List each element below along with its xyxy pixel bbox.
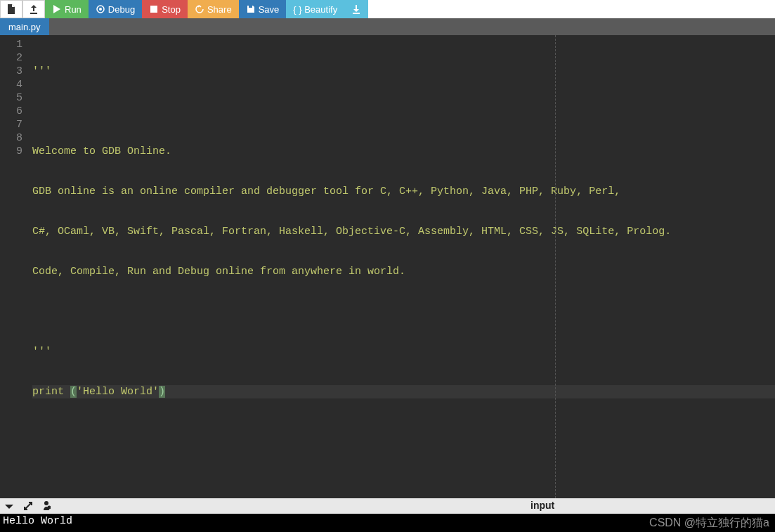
console-output[interactable]: Hello World CSDN @特立独行的猫a [0, 514, 775, 532]
play-icon [52, 4, 62, 14]
line-number: 5 [3, 91, 22, 105]
tabbar: main.py [0, 18, 775, 35]
print-margin [555, 35, 556, 498]
svg-point-3 [44, 501, 48, 505]
save-icon [246, 4, 256, 14]
new-file-button[interactable] [0, 0, 22, 18]
share-button[interactable]: Share [188, 0, 239, 18]
code-line [32, 105, 775, 118]
code-line [32, 305, 775, 318]
upload-button[interactable] [22, 0, 45, 18]
debug-icon [96, 4, 105, 14]
debug-button[interactable]: Debug [89, 0, 142, 18]
console-toolbar: input [0, 498, 775, 514]
code-line: ''' [32, 345, 775, 358]
code-editor[interactable]: 1 2 3 4 5 6 7 8 9 ''' Welcome to GDB Onl… [0, 35, 775, 498]
download-icon [351, 4, 361, 14]
line-number: 9 [3, 145, 22, 158]
upload-icon [29, 4, 39, 14]
share-label: Share [207, 4, 232, 15]
line-number: 3 [3, 65, 22, 78]
stop-button[interactable]: Stop [142, 0, 188, 18]
line-number: 1 [3, 38, 22, 51]
output-text: Hello World [3, 515, 72, 527]
stop-icon [149, 4, 159, 14]
tab-main[interactable]: main.py [0, 18, 49, 35]
settings-icon[interactable] [42, 500, 51, 512]
run-label: Run [65, 4, 82, 15]
line-number: 6 [3, 105, 22, 118]
beautify-button[interactable]: { } Beautify [286, 0, 344, 18]
code-line: Code, Compile, Run and Debug online from… [32, 265, 775, 278]
debug-label: Debug [108, 4, 135, 15]
line-number: 7 [3, 118, 22, 131]
beautify-label: { } Beautify [293, 4, 337, 15]
svg-point-1 [99, 8, 102, 11]
share-icon [195, 4, 204, 14]
collapse-icon[interactable] [4, 500, 14, 512]
toolbar: Run Debug Stop Share Save { } Beautify [0, 0, 775, 18]
save-label: Save [259, 4, 280, 15]
tab-label: main.py [8, 22, 41, 32]
code-area[interactable]: ''' Welcome to GDB Online. GDB online is… [28, 35, 775, 498]
code-line: print ('Hello World') [32, 385, 775, 398]
download-button[interactable] [344, 0, 368, 18]
code-line: C#, OCaml, VB, Swift, Pascal, Fortran, H… [32, 225, 775, 238]
line-number: 4 [3, 78, 22, 91]
line-number: 8 [3, 131, 22, 145]
save-button[interactable]: Save [239, 0, 287, 18]
line-number: 2 [3, 51, 22, 65]
console-label: input [530, 500, 554, 511]
line-gutter: 1 2 3 4 5 6 7 8 9 [0, 35, 28, 498]
watermark: CSDN @特立独行的猫a [649, 516, 769, 531]
svg-rect-2 [150, 6, 157, 13]
new-file-icon [6, 4, 16, 14]
expand-icon[interactable] [24, 500, 32, 512]
run-button[interactable]: Run [45, 0, 89, 18]
code-line: Welcome to GDB Online. [32, 145, 775, 158]
code-line: ''' [32, 65, 775, 78]
stop-label: Stop [162, 4, 181, 15]
code-line: GDB online is an online compiler and deb… [32, 185, 775, 198]
